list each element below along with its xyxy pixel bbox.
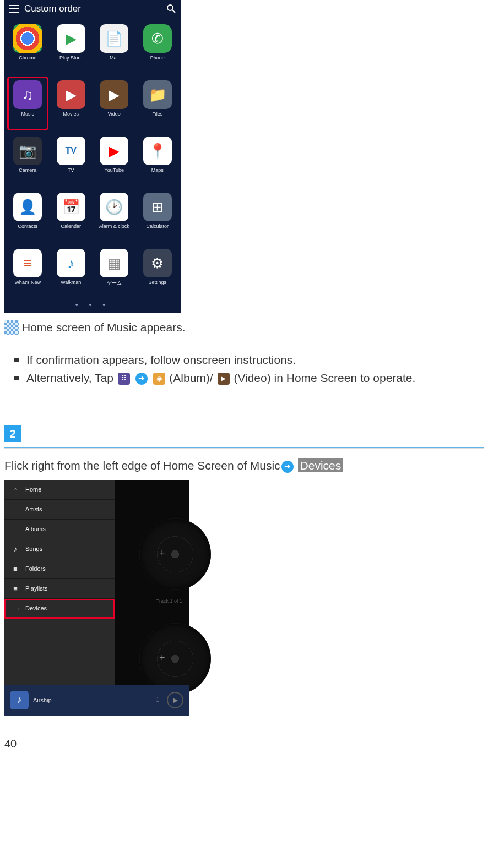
app-cell[interactable]: ゲーム	[94, 245, 134, 298]
play-icon	[57, 24, 85, 53]
drawer-item-label: Albums	[25, 526, 46, 532]
app-cell[interactable]: Play Store	[51, 21, 91, 74]
app-cell[interactable]: Files	[138, 77, 178, 130]
app-label: Contacts	[18, 223, 37, 229]
drawer-item-icon: ≡	[11, 585, 20, 593]
app-cell[interactable]: Calculator	[138, 189, 178, 242]
drawer-item-albums[interactable]: ★Albums	[4, 520, 115, 539]
album-art-placeholder-icon	[139, 623, 211, 695]
note-text-album: (Album)/	[169, 372, 213, 384]
app-cell[interactable]: Walkman	[51, 245, 91, 298]
app-cell[interactable]: Contacts	[8, 189, 48, 242]
music-home-underlay: Track 1 of 1 Track 1 of 1	[115, 480, 189, 716]
chrome-icon	[13, 24, 42, 53]
result-text: Home screen of Music appears.	[22, 321, 185, 334]
note-text: If confirmation appears, follow onscreen…	[26, 353, 296, 366]
app-label: Movies	[63, 111, 79, 117]
cam-icon	[13, 137, 42, 165]
drawer-item-folders[interactable]: ■Folders	[4, 559, 115, 579]
maps-icon	[143, 137, 172, 165]
app-grid: ChromePlay StoreMailPhoneMusicMoviesVide…	[4, 18, 181, 299]
app-cell[interactable]: Chrome	[8, 21, 48, 74]
music-icon	[13, 80, 42, 109]
app-cell[interactable]: Video	[94, 77, 134, 130]
app-cell[interactable]: Maps	[138, 133, 178, 186]
step-highlight-text: Devices	[298, 458, 344, 472]
app-label: Music	[21, 111, 34, 117]
search-icon[interactable]	[166, 4, 176, 14]
app-label: What's New	[14, 280, 41, 285]
now-playing-time: 1	[156, 697, 159, 703]
track-count-text: Track 1 of 1	[156, 598, 182, 604]
drawer-item-icon: ■	[11, 565, 20, 573]
note-text-pre: Alternatively, Tap	[26, 372, 117, 384]
arrow-right-icon	[281, 461, 294, 473]
drawer-item-devices[interactable]: ▭Devices	[4, 599, 115, 619]
svg-point-0	[167, 5, 173, 10]
app-label: Calculator	[146, 223, 169, 229]
video-icon	[218, 373, 230, 385]
music-nav-drawer: ⌂Home★Artists★Albums♪Songs■Folders≡Playl…	[4, 480, 115, 619]
result-line: Home screen of Music appears.	[4, 320, 484, 335]
news-icon	[13, 249, 42, 277]
drawer-item-artists[interactable]: ★Artists	[4, 500, 115, 520]
app-label: Video	[108, 111, 121, 117]
settings-icon	[143, 249, 172, 277]
drawer-item-icon: ⌂	[11, 485, 20, 494]
app-cell[interactable]: TV	[51, 133, 91, 186]
app-cell[interactable]: Mail	[94, 21, 134, 74]
calc-icon	[143, 193, 172, 221]
contacts-icon	[13, 193, 42, 221]
now-playing-art-icon	[10, 691, 29, 709]
app-cell[interactable]: Movies	[51, 77, 91, 130]
movies-icon	[57, 80, 85, 109]
play-button-icon[interactable]	[167, 692, 183, 708]
video-icon	[100, 80, 128, 109]
page-number: 40	[4, 738, 484, 750]
yt-icon	[100, 137, 128, 165]
album-icon	[153, 373, 165, 385]
app-label: TV	[68, 167, 74, 173]
step-instruction: Flick right from the left edge of Home S…	[4, 457, 484, 474]
app-cell[interactable]: Alarm & clock	[94, 189, 134, 242]
hamburger-icon[interactable]	[9, 5, 19, 13]
step-number-badge: 2	[4, 425, 21, 442]
checker-flag-icon	[4, 320, 19, 335]
app-cell[interactable]: What's New	[8, 245, 48, 298]
notes-list: If confirmation appears, follow onscreen…	[14, 351, 484, 387]
app-label: Phone	[150, 55, 165, 61]
app-label: Mail	[110, 55, 119, 61]
app-label: Maps	[151, 167, 164, 173]
drawer-spacer	[4, 619, 115, 685]
apps-header-title: Custom order	[24, 3, 161, 14]
app-cell[interactable]: Camera	[8, 133, 48, 186]
cal-icon	[57, 193, 85, 221]
app-label: Settings	[148, 280, 166, 285]
app-cell[interactable]: Calendar	[51, 189, 91, 242]
drawer-item-icon: ♪	[11, 545, 20, 553]
note-item: Alternatively, Tap (Album)/ (Video) in H…	[14, 369, 484, 387]
app-cell[interactable]: Music	[8, 77, 48, 130]
phone-icon	[143, 24, 172, 53]
app-label: ゲーム	[107, 280, 122, 287]
app-cell[interactable]: Phone	[138, 21, 178, 74]
app-cell[interactable]: Settings	[138, 245, 178, 298]
drawer-item-home[interactable]: ⌂Home	[4, 480, 115, 500]
tv-icon	[57, 137, 85, 165]
app-label: Files	[152, 111, 162, 117]
drawer-item-label: Devices	[25, 605, 47, 612]
drawer-item-playlists[interactable]: ≡Playlists	[4, 579, 115, 599]
now-playing-bar[interactable]: Airship 1	[4, 685, 189, 716]
app-label: Calendar	[61, 223, 81, 229]
drawer-item-songs[interactable]: ♪Songs	[4, 539, 115, 559]
drawer-item-label: Home	[25, 486, 41, 493]
drawer-item-label: Songs	[25, 545, 42, 552]
clock-icon	[100, 193, 128, 221]
doc-icon	[100, 24, 128, 53]
app-cell[interactable]: YouTube	[94, 133, 134, 186]
misc2-icon	[57, 249, 85, 277]
app-label: Camera	[19, 167, 36, 173]
note-text-post: (Video) in Home Screen to operate.	[234, 372, 415, 384]
step-separator	[4, 447, 484, 449]
screenshot-music-drawer: Track 1 of 1 Track 1 of 1 ⌂Home★Artists★…	[4, 480, 189, 716]
